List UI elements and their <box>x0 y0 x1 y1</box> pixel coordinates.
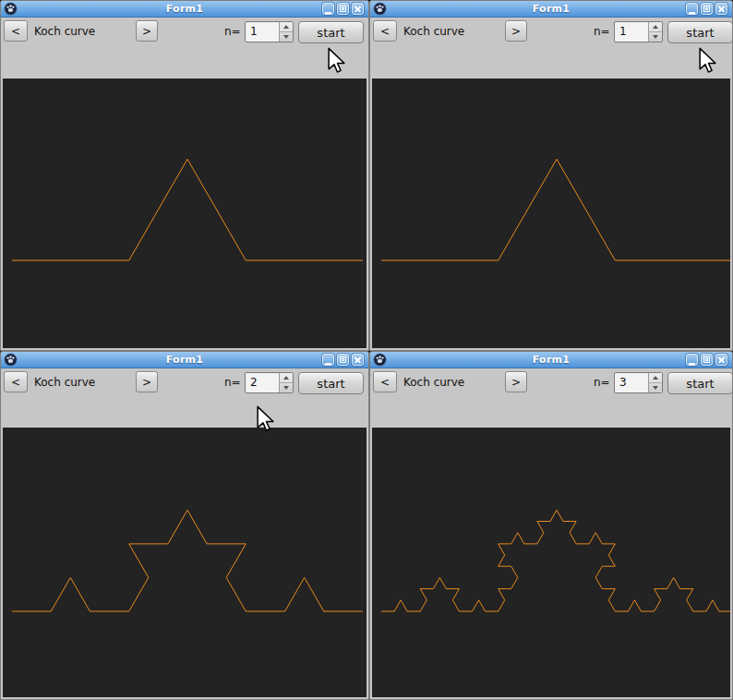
window-controls <box>322 354 364 366</box>
koch-curve-drawing <box>372 428 730 697</box>
window-controls <box>686 354 727 366</box>
koch-curve-label: Koch curve <box>403 376 464 389</box>
spinbox-up-button[interactable] <box>280 22 293 32</box>
titlebar[interactable]: Form1 <box>370 1 732 18</box>
spinbox-value[interactable]: 3 <box>615 373 648 392</box>
spinbox-arrows <box>279 22 293 42</box>
maximize-icon <box>340 6 346 12</box>
window-form1-topleft: Form1 < Koch curve > n= 1 start <box>0 0 369 351</box>
spinbox-arrows <box>279 373 293 392</box>
koch-curve-label: Koch curve <box>403 25 464 38</box>
spinbox-up-button[interactable] <box>280 373 293 383</box>
n-label: n= <box>594 376 610 389</box>
start-button[interactable]: start <box>298 372 364 394</box>
koch-canvas <box>372 428 730 697</box>
down-arrow-icon <box>283 35 289 39</box>
koch-canvas <box>3 428 366 697</box>
koch-canvas <box>3 78 366 348</box>
window-title: Form1 <box>1 3 368 15</box>
n-spinbox[interactable]: 1 <box>614 21 663 42</box>
minimize-icon <box>689 356 695 365</box>
spinbox-value[interactable]: 2 <box>246 373 279 392</box>
spinbox-arrows <box>648 22 662 42</box>
prev-button[interactable]: < <box>4 20 28 42</box>
maximize-icon <box>703 6 710 12</box>
next-button[interactable]: > <box>136 20 158 42</box>
up-arrow-icon <box>283 376 289 380</box>
n-label: n= <box>594 25 610 38</box>
close-button[interactable] <box>352 354 364 366</box>
window-title: Form1 <box>1 354 368 366</box>
titlebar[interactable]: Form1 <box>1 352 368 368</box>
prev-button[interactable]: < <box>373 371 397 392</box>
maximize-button[interactable] <box>701 354 713 366</box>
titlebar[interactable]: Form1 <box>370 352 732 368</box>
spinbox-down-button[interactable] <box>649 383 662 392</box>
toolbar: < Koch curve > n= 1 start <box>370 18 732 78</box>
toolbar: < Koch curve > n= 3 start <box>370 368 732 428</box>
titlebar[interactable]: Form1 <box>1 1 368 18</box>
start-button[interactable]: start <box>298 21 364 43</box>
close-icon <box>717 356 726 364</box>
up-arrow-icon <box>283 25 289 29</box>
maximize-button[interactable] <box>337 3 349 15</box>
n-spinbox[interactable]: 3 <box>614 372 663 393</box>
next-button[interactable]: > <box>505 371 527 392</box>
close-button[interactable] <box>715 354 727 366</box>
n-label: n= <box>224 25 241 38</box>
minimize-button[interactable] <box>686 354 698 366</box>
spinbox-up-button[interactable] <box>649 373 662 383</box>
next-button[interactable]: > <box>136 371 158 392</box>
start-button[interactable]: start <box>667 372 733 394</box>
minimize-button[interactable] <box>322 3 334 15</box>
spinbox-up-button[interactable] <box>649 22 662 32</box>
spinbox-down-button[interactable] <box>280 32 293 42</box>
toolbar: < Koch curve > n= 2 start <box>1 368 368 428</box>
close-icon <box>354 5 362 13</box>
next-button[interactable]: > <box>505 20 527 42</box>
window-form1-topright: Form1 < Koch curve > n= 1 start <box>369 0 733 351</box>
window-title: Form1 <box>370 354 732 366</box>
down-arrow-icon <box>653 35 658 39</box>
down-arrow-icon <box>653 386 658 390</box>
n-spinbox[interactable]: 2 <box>245 372 294 393</box>
window-controls <box>322 3 364 15</box>
maximize-button[interactable] <box>701 3 713 15</box>
koch-curve-drawing <box>372 78 730 348</box>
koch-curve-drawing <box>3 78 366 348</box>
spinbox-value[interactable]: 1 <box>615 22 648 42</box>
up-arrow-icon <box>653 376 658 380</box>
down-arrow-icon <box>283 386 289 390</box>
window-form1-bottomright: Form1 < Koch curve > n= 3 start <box>369 351 733 700</box>
spinbox-value[interactable]: 1 <box>246 22 279 42</box>
maximize-icon <box>340 356 346 363</box>
toolbar: < Koch curve > n= 1 start <box>1 18 368 78</box>
minimize-icon <box>325 356 331 365</box>
minimize-button[interactable] <box>686 3 698 15</box>
maximize-button[interactable] <box>337 354 349 366</box>
up-arrow-icon <box>653 25 658 29</box>
koch-curve-drawing <box>3 428 366 697</box>
koch-curve-label: Koch curve <box>34 25 95 38</box>
close-icon <box>354 356 362 364</box>
n-label: n= <box>224 376 241 389</box>
spinbox-down-button[interactable] <box>649 32 662 42</box>
close-icon <box>717 5 726 13</box>
maximize-icon <box>703 356 710 363</box>
n-spinbox[interactable]: 1 <box>245 21 294 42</box>
close-button[interactable] <box>352 3 364 15</box>
minimize-icon <box>325 5 331 14</box>
window-title: Form1 <box>370 3 732 15</box>
koch-curve-label: Koch curve <box>34 376 95 389</box>
minimize-button[interactable] <box>322 354 334 366</box>
koch-canvas <box>372 78 730 348</box>
window-controls <box>686 3 727 15</box>
start-button[interactable]: start <box>667 21 733 43</box>
prev-button[interactable]: < <box>4 371 28 392</box>
spinbox-arrows <box>648 373 662 392</box>
close-button[interactable] <box>715 3 727 15</box>
minimize-icon <box>689 5 695 14</box>
prev-button[interactable]: < <box>373 20 397 42</box>
window-form1-bottomleft: Form1 < Koch curve > n= 2 start <box>0 351 369 700</box>
spinbox-down-button[interactable] <box>280 383 293 392</box>
